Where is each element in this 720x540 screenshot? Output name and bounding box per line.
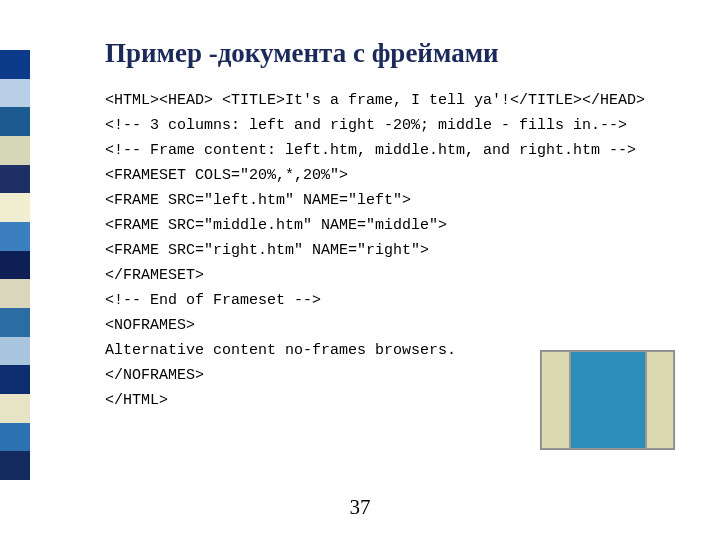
sidebar-square: [0, 193, 30, 222]
code-line: <FRAMESET COLS="20%,*,20%">: [105, 165, 675, 186]
sidebar-square: [0, 222, 30, 251]
code-line: <!-- 3 columns: left and right -20%; mid…: [105, 115, 675, 136]
sidebar-square: [0, 451, 30, 480]
code-line: <NOFRAMES>: [105, 315, 675, 336]
slide-title: Пример -документа с фреймами: [105, 38, 499, 69]
page-number: 37: [350, 495, 371, 520]
code-line: <HTML><HEAD> <TITLE>It's a frame, I tell…: [105, 90, 675, 111]
sidebar-square: [0, 394, 30, 423]
code-line: <!-- Frame content: left.htm, middle.htm…: [105, 140, 675, 161]
code-line: </FRAMESET>: [105, 265, 675, 286]
code-line: <FRAME SRC="left.htm" NAME="left">: [105, 190, 675, 211]
sidebar-square: [0, 136, 30, 165]
code-line: <!-- End of Frameset -->: [105, 290, 675, 311]
frameset-diagram: [540, 350, 675, 450]
sidebar-square: [0, 79, 30, 108]
sidebar-square: [0, 279, 30, 308]
frame-column-left: [541, 351, 570, 449]
sidebar-square: [0, 107, 30, 136]
decorative-sidebar: [0, 50, 30, 480]
frame-column-right: [646, 351, 675, 449]
frame-column-middle: [570, 351, 646, 449]
sidebar-square: [0, 308, 30, 337]
sidebar-square: [0, 251, 30, 280]
sidebar-square: [0, 423, 30, 452]
code-line: <FRAME SRC="right.htm" NAME="right">: [105, 240, 675, 261]
sidebar-square: [0, 50, 30, 79]
code-line: <FRAME SRC="middle.htm" NAME="middle">: [105, 215, 675, 236]
sidebar-square: [0, 337, 30, 366]
sidebar-square: [0, 165, 30, 194]
sidebar-square: [0, 365, 30, 394]
